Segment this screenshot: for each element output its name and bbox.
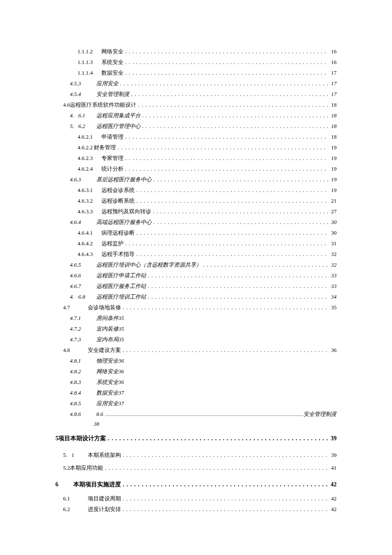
toc-leader: . . . . . . . . . . . . . . . . . . . . … (121, 345, 328, 355)
toc-leader: . . . . . . . . . . . . . . . . . . . . … (121, 478, 328, 491)
toc-title: 远程预约及双向转诊 (99, 206, 151, 217)
toc-leader: . . . . . . . . . . . . . . . . . . . . … (146, 270, 328, 281)
toc-title: 系统安全 (99, 57, 124, 67)
toc-page: 18 (328, 110, 337, 121)
toc-number: 4.6.3 (70, 174, 94, 185)
toc-leader: . . . . . . . . . . . . . . . . . . . . … (136, 99, 328, 110)
toc-title: 远程监护 (99, 238, 124, 249)
toc-page: 30 (328, 217, 337, 227)
toc-title: 远程医疗培训中心（含远程数字资源共享） (94, 259, 202, 270)
toc-title: 数据安全 (99, 67, 124, 78)
toc-page: 27 (328, 206, 337, 217)
toc-entry: 1.1.1.4数据安全. . . . . . . . . . . . . . .… (78, 67, 337, 78)
toc-leader: . . . . . . . . . . . . . . . . . . . . … (124, 163, 328, 174)
toc-number: 4.6.4.3 (78, 249, 99, 259)
toc-title: 远程诊断系统 (99, 195, 135, 206)
toc-title: 8.6 (94, 409, 103, 419)
toc-entry: 5.1本期系统架构. . . . . . . . . . . . . . . .… (63, 449, 337, 462)
toc-number: 1.1.1.3 (78, 57, 99, 67)
toc-entry: 6.2进度计划安排. . . . . . . . . . . . . . . .… (63, 504, 337, 514)
toc-leader: . . . . . . . . . . . . . . . . . . . . … (202, 259, 328, 270)
toc-page: 31 (328, 238, 337, 249)
toc-leader: . . . . . . . . . . . . . . . . . . . . … (124, 131, 328, 142)
toc-title: 室内装修35 (94, 323, 124, 334)
toc-page: 39 (328, 432, 337, 445)
toc-page: 39 (328, 449, 337, 462)
toc-leader: ........................................… (103, 409, 303, 420)
toc-leader: . . . . . . . . . . . . . . . . . . . . … (124, 46, 328, 57)
toc-number: 4.8.6 (70, 409, 94, 419)
toc-number: 5.1 (63, 449, 87, 462)
toc-title: 病理远程诊断 (99, 227, 135, 238)
toc-entry: 4.6远程医疗系统软件功能设计. . . . . . . . . . . . .… (63, 99, 337, 110)
toc-leader: . . . . . . . . . . . . . . . . . . . . … (106, 432, 328, 445)
toc-number: 4.7 (63, 302, 85, 313)
table-of-contents: 1.1.1.2网络安全. . . . . . . . . . . . . . .… (55, 46, 337, 514)
toc-entry: 4.7.2室内装修35 (70, 323, 337, 334)
toc-entry: 4.6.2.3专家管理. . . . . . . . . . . . . . .… (78, 153, 337, 163)
toc-page: 19 (328, 185, 337, 195)
toc-number: 4.8.1 (70, 355, 94, 366)
toc-number: 1.1.1.2 (78, 46, 99, 57)
toc-leader: . . . . . . . . . . . . . . . . . . . . … (135, 249, 328, 259)
toc-entry: 4.8.68.6................................… (70, 409, 337, 420)
toc-number: 4.8.5 (70, 398, 94, 409)
toc-title: 安全管理制度 (94, 89, 130, 99)
toc-page: 32 (328, 259, 337, 270)
toc-page: 42 (328, 493, 337, 504)
toc-number: 4.6.2.4 (78, 163, 99, 174)
toc-entry: 4.7.3室内布局35 (70, 334, 337, 345)
toc-page: 42 (328, 504, 337, 514)
toc-page: 18 (328, 121, 337, 131)
toc-leader: . . . . . . . . . . . . . . . . . . . . … (152, 174, 328, 185)
toc-title: 会诊场地装修 (85, 302, 121, 313)
toc-leader: . . . . . . . . . . . . . . . . . . . . … (124, 153, 328, 163)
toc-leader: . . . . . . . . . . . . . . . . . . . . … (103, 462, 328, 474)
toc-page: 33 (328, 270, 337, 281)
toc-title: 本期应用功能 (70, 462, 103, 474)
toc-leader: . . . . . . . . . . . . . . . . . . . . … (124, 67, 328, 78)
toc-number: 4.6.4.1 (78, 227, 99, 238)
toc-leader: . . . . . . . . . . . . . . . . . . . . … (121, 504, 328, 514)
toc-leader: . . . . . . . . . . . . . . . . . . . . … (141, 121, 328, 131)
toc-page: 19 (328, 153, 337, 163)
toc-title: 应用安全 (94, 78, 118, 89)
toc-number: 4.6.6 (70, 270, 94, 281)
toc-title: 基层远程医疗服务中心 (94, 174, 152, 185)
toc-title: 物理安全36 (94, 355, 124, 366)
toc-entry: 4.7会诊场地装修. . . . . . . . . . . . . . . .… (63, 302, 337, 313)
toc-page: 30 (328, 227, 337, 238)
toc-title: 网络安全36 (94, 366, 124, 377)
toc-title: 高端远程医疗服务中心 (94, 217, 152, 227)
toc-page: 19 (328, 142, 337, 153)
toc-leader: . . . . . . . . . . . . . . . . . . . . … (135, 227, 328, 238)
toc-number: 4.8 (63, 345, 85, 355)
toc-entry: 6本期项目实施进度. . . . . . . . . . . . . . . .… (55, 478, 337, 491)
toc-title: 项目本期设计方案 (58, 432, 106, 445)
toc-entry: 4.6.2.1申请管理. . . . . . . . . . . . . . .… (78, 131, 337, 142)
toc-entry: 4.6.4.3远程手术指导. . . . . . . . . . . . . .… (78, 249, 337, 259)
toc-number: 4.5.3 (70, 78, 94, 89)
toc-number: 4.6.3.3 (78, 206, 99, 217)
toc-number: 5 (55, 432, 58, 445)
toc-entry: 4.6.1远程应用集成平台. . . . . . . . . . . . . .… (70, 110, 337, 121)
toc-page: 34 (328, 291, 337, 302)
toc-entry: 4.6.6远程医疗申请工作站. . . . . . . . . . . . . … (70, 270, 337, 281)
toc-entry: 4.6.2.4统计分析. . . . . . . . . . . . . . .… (78, 163, 337, 174)
toc-title: 应用安全37 (94, 398, 124, 409)
toc-entry: 4.6.3.3远程预约及双向转诊. . . . . . . . . . . . … (78, 206, 337, 217)
toc-number: 4.6.3.2 (78, 195, 99, 206)
toc-number: 6.1 (63, 493, 85, 504)
toc-leader: . . . . . . . . . . . . . . . . . . . . … (121, 302, 328, 313)
toc-title: 远程医疗服务工作站 (94, 281, 146, 291)
toc-number: 4.6.4.2 (78, 238, 99, 249)
toc-title: 安全建设方案 (85, 345, 121, 355)
toc-title: 室内布局35 (94, 334, 124, 345)
toc-title: 数据安全37 (94, 387, 124, 398)
toc-entry: 4.8.3系统安全36 (70, 377, 337, 387)
toc-entry: 4.8.1物理安全36 (70, 355, 337, 366)
toc-number: 5.2 (63, 462, 70, 474)
toc-number: 6.2 (63, 504, 85, 514)
toc-number: 4.8.3 (70, 377, 94, 387)
toc-page: 16 (328, 57, 337, 67)
